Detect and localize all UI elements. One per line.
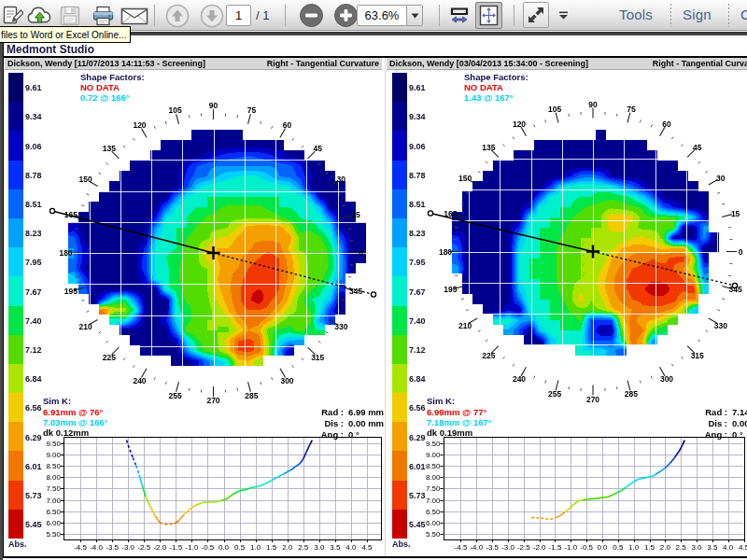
scale-band	[392, 481, 407, 510]
ring-angle-label: 165	[60, 210, 82, 219]
shape-factors-title: Shape Factors:	[80, 72, 145, 82]
profile-y-tick: 5.50	[38, 530, 61, 539]
ring-angle-label: 195	[439, 285, 461, 294]
cursor-dis: Dis :0.00 mm	[308, 418, 384, 428]
previous-page-button[interactable]	[164, 3, 190, 28]
ring-angle-label: 150	[454, 174, 476, 183]
ring-angle-label: 210	[75, 322, 97, 331]
toolbar-overflow-button[interactable]	[556, 3, 571, 28]
scale-value: 7.40	[25, 316, 42, 326]
ring-angle-label: 330	[330, 322, 352, 331]
map-type-label: Right - Tangential Curvature	[267, 59, 379, 68]
fit-page-button[interactable]	[475, 2, 502, 29]
scale-band	[392, 335, 407, 364]
upload-cloud-button[interactable]	[26, 3, 52, 28]
email-icon	[120, 6, 148, 26]
nav-down-icon	[200, 4, 224, 28]
ring-angle-label: 165	[439, 209, 461, 218]
tools-menu[interactable]: Tools	[619, 7, 653, 22]
fit-width-icon	[448, 5, 471, 27]
ring-angle-label: 15	[345, 210, 367, 219]
simk-k2: 7.03mm @ 166°	[43, 417, 108, 427]
profile-y-tick: 7.50	[418, 484, 441, 493]
profile-x-tick: 4.5	[733, 543, 747, 552]
sign-menu[interactable]: Sign	[683, 7, 712, 22]
ring-angle-label: 345	[725, 285, 747, 294]
scale-band	[8, 189, 23, 218]
ring-angle-label: 150	[75, 175, 97, 184]
ring-angle-label: 30	[710, 174, 732, 183]
zoom-in-button[interactable]	[332, 3, 359, 28]
sign-document-icon	[3, 5, 23, 27]
scale-band	[392, 306, 407, 335]
zoom-out-button[interactable]	[298, 3, 324, 28]
scale-band	[8, 102, 23, 131]
scale-abs-label: Abs.	[392, 539, 411, 549]
toolbar-separator	[285, 5, 286, 26]
fullscreen-button[interactable]	[523, 2, 549, 28]
toolbar-separator	[670, 4, 671, 27]
ring-angle-label: 255	[543, 389, 566, 399]
simk-k2: 7.18mm @ 167°	[427, 417, 492, 427]
profile-y-tick: 7.00	[418, 497, 441, 505]
scale-value: 8.51	[25, 200, 42, 209]
scale-band	[392, 364, 407, 393]
scale-value: 8.78	[25, 171, 42, 180]
ring-angle-label: 180	[434, 247, 457, 257]
scale-value: 7.12	[25, 345, 42, 355]
exam-header-right: Dickson, Wendy [03/04/2013 15:34:00 - Sc…	[387, 58, 747, 70]
zoom-level-input[interactable]: 63.6%	[357, 5, 407, 26]
ring-angle-label: 240	[508, 374, 530, 384]
ring-angle-label: 195	[60, 287, 82, 296]
ring-angle-label: 300	[655, 374, 678, 384]
profile-y-tick: 8.00	[418, 473, 441, 482]
report-bottom-border	[3, 556, 747, 558]
scale-value: 6.84	[25, 374, 42, 384]
ring-angle-label: 285	[240, 391, 262, 400]
cursor-ang: Ang :0 °	[308, 429, 359, 440]
email-button[interactable]	[120, 3, 148, 28]
shape-factors-nodata: NO DATA	[80, 82, 120, 92]
zoom-dropdown-button[interactable]	[407, 5, 423, 26]
curvature-scale-bar	[392, 73, 407, 539]
nav-up-icon	[165, 4, 190, 28]
sign-document-button[interactable]	[2, 3, 24, 28]
exam-header-left: Dickson, Wendy [11/07/2013 14:11:53 - Sc…	[5, 58, 382, 70]
scale-value: 8.23	[409, 229, 426, 238]
scale-value: 7.67	[25, 287, 42, 297]
cursor-rad-value: 7.14 mm	[732, 407, 747, 417]
toolbar-separator	[439, 5, 440, 26]
simk-k1: 6.99mm @ 77°	[427, 407, 486, 417]
ring-angle-label: 0	[729, 247, 747, 257]
toolbar-separator	[514, 5, 514, 26]
print-button[interactable]	[90, 3, 116, 28]
scale-band	[8, 218, 23, 247]
simk-dk: dk 0.12mm	[43, 427, 89, 438]
scale-value: 8.78	[409, 171, 426, 180]
save-button[interactable]	[57, 3, 82, 28]
profile-y-tick: 9.00	[38, 451, 61, 459]
cursor-dis-label: Dis :	[692, 418, 727, 428]
scale-value: 8.51	[409, 200, 426, 209]
scale-value: 9.06	[25, 142, 42, 151]
ring-angle-label: 45	[306, 144, 329, 153]
cursor-dis: Dis :0.00 mm	[692, 418, 747, 428]
simk-dk: dk 0.19mm	[427, 427, 472, 438]
scale-band	[392, 102, 407, 131]
scale-band	[392, 161, 407, 189]
fit-width-button[interactable]	[447, 3, 472, 28]
scale-band	[392, 451, 407, 480]
cursor-rad-value: 6.99 mm	[348, 407, 384, 417]
profile-y-tick: 6.00	[38, 519, 61, 527]
simk-title: Sim K:	[43, 396, 71, 406]
profile-y-tick: 7.50	[38, 484, 61, 493]
ring-angle-label: 135	[477, 143, 500, 152]
page-number-input[interactable]: 1	[226, 5, 251, 26]
ring-angle-label: 15	[725, 209, 747, 218]
comment-menu[interactable]: Comment	[740, 7, 747, 22]
scale-abs-label: Abs.	[8, 539, 27, 549]
zoom-out-icon	[299, 3, 324, 28]
scale-value: 7.40	[409, 316, 426, 326]
next-page-button[interactable]	[199, 3, 224, 28]
scale-value: 6.56	[409, 403, 426, 413]
